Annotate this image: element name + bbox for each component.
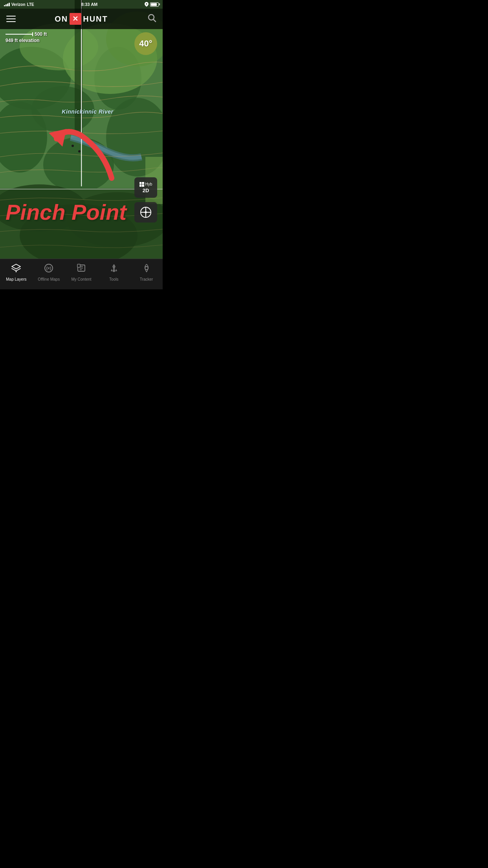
logo-x: ✕ xyxy=(70,13,81,25)
svg-rect-26 xyxy=(77,264,80,267)
river-label: Kinnickinnic River xyxy=(62,108,113,115)
logo-hunt: HUNT xyxy=(83,15,108,24)
svg-point-19 xyxy=(16,271,17,272)
my-content-label: My Content xyxy=(71,277,91,281)
temperature-badge: 40° xyxy=(134,32,157,55)
search-icon[interactable] xyxy=(147,13,156,25)
nav-item-offline-maps[interactable]: (×) Offline Maps xyxy=(33,263,65,281)
elevation-label: 949 ft elevation xyxy=(6,38,47,43)
grid-icon xyxy=(139,182,144,187)
map-type-top: Hyb xyxy=(139,182,152,187)
crosshair-button[interactable] xyxy=(134,202,157,223)
status-bar: Verizon LTE 8:33 AM xyxy=(0,0,163,9)
offline-maps-icon: (×) xyxy=(44,263,54,276)
tracker-label: Tracker xyxy=(140,277,153,281)
bottom-nav: Map Layers (×) Offline Maps My Content xyxy=(0,259,163,289)
map-layers-icon xyxy=(11,263,21,276)
scale-value: 500 ft xyxy=(35,31,47,37)
nav-item-tracker[interactable]: Tracker xyxy=(130,263,163,281)
map-area[interactable]: 500 ft 949 ft elevation 40° Kinnickinnic… xyxy=(0,0,163,259)
app-logo: ON ✕ HUNT xyxy=(55,13,108,25)
nav-item-tools[interactable]: Tools xyxy=(97,263,130,281)
offline-maps-label: Offline Maps xyxy=(38,277,60,281)
nav-bar: ON ✕ HUNT xyxy=(0,9,163,29)
svg-marker-18 xyxy=(49,129,66,147)
signal-bars xyxy=(4,2,10,6)
temperature-value: 40° xyxy=(139,39,152,49)
map-type-label: Hyb xyxy=(145,182,152,186)
map-dimension-label: 2D xyxy=(143,188,149,193)
network-label: LTE xyxy=(27,2,34,7)
svg-point-10 xyxy=(20,23,98,70)
location-icon xyxy=(145,2,149,7)
map-layers-label: Map Layers xyxy=(6,277,26,281)
svg-point-27 xyxy=(113,265,115,267)
pinch-point-arrow xyxy=(41,119,127,190)
tracker-icon xyxy=(141,263,152,276)
pinch-point-label: Pinch Point xyxy=(0,197,132,227)
tools-icon xyxy=(109,263,119,276)
tools-label: Tools xyxy=(109,277,118,281)
battery-icon xyxy=(150,2,159,7)
crosshair-symbol xyxy=(140,207,151,218)
status-right xyxy=(145,2,159,7)
nav-item-my-content[interactable]: My Content xyxy=(65,263,98,281)
hamburger-menu[interactable] xyxy=(6,16,16,22)
my-content-icon xyxy=(76,263,86,276)
map-scale: 500 ft 949 ft elevation xyxy=(6,31,47,43)
map-type-button[interactable]: Hyb 2D xyxy=(134,177,157,198)
svg-line-1 xyxy=(153,20,156,22)
status-left: Verizon LTE xyxy=(4,2,34,7)
nav-item-map-layers[interactable]: Map Layers xyxy=(0,263,33,281)
time-label: 8:33 AM xyxy=(81,2,97,7)
svg-text:(×): (×) xyxy=(46,266,51,270)
carrier-label: Verizon xyxy=(11,2,26,7)
logo-on: ON xyxy=(55,15,68,24)
